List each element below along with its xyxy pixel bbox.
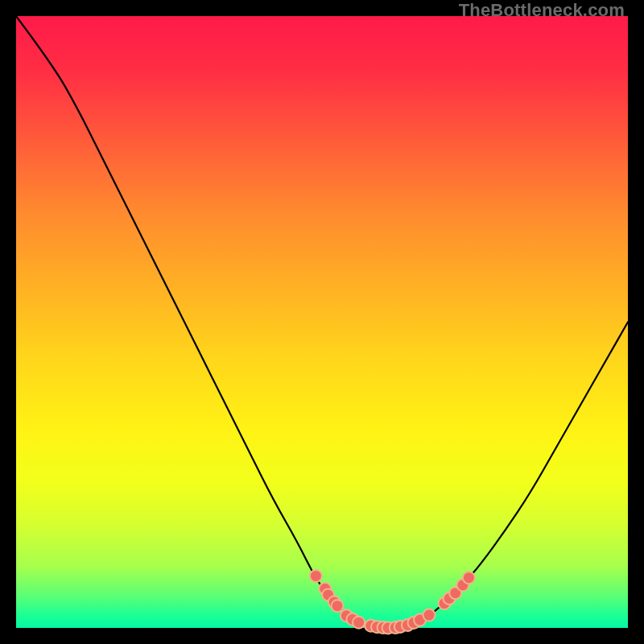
bottleneck-curve <box>16 16 628 627</box>
data-dots <box>310 570 475 634</box>
data-dot <box>353 617 365 629</box>
data-dot <box>463 572 475 584</box>
data-dot <box>310 570 322 582</box>
data-dot <box>332 600 344 612</box>
watermark-text: TheBottleneck.com <box>459 0 625 21</box>
chart-svg <box>0 0 644 644</box>
data-dot <box>423 609 436 621</box>
